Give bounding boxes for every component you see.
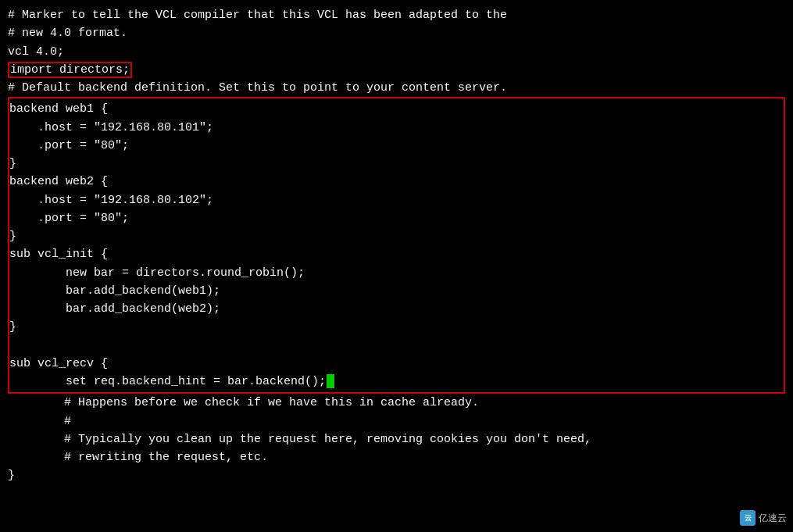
code-line-4: import directors; [8,61,785,79]
code-editor: # Marker to tell the VCL compiler that t… [0,0,793,491]
code-line-5: # Default backend definition. Set this t… [8,79,785,97]
code-line-3: vcl 4.0; [8,43,785,61]
code-line-14: sub vcl_init { [9,245,784,263]
watermark-icon: 云 [740,510,755,526]
code-line-2: # new 4.0 format. [8,24,785,42]
code-line-26: } [8,466,785,484]
code-line-25: # rewriting the request, etc. [8,448,785,466]
code-line-11: .host = "192.168.80.102"; [9,191,784,209]
text-cursor [327,374,334,388]
code-line-17: bar.add_backend(web2); [9,300,784,318]
code-line-12: .port = "80"; [9,209,784,227]
code-line-7: .host = "192.168.80.101"; [9,119,784,137]
code-line-18: } [9,318,784,336]
code-line-8: .port = "80"; [9,137,784,155]
watermark: 云 亿速云 [740,510,787,526]
code-line-15: new bar = directors.round_robin(); [9,264,784,282]
code-line-19 [9,337,784,355]
code-line-1: # Marker to tell the VCL compiler that t… [8,6,785,24]
watermark-label: 亿速云 [759,512,787,525]
code-line-20: sub vcl_recv { [9,355,784,373]
highlighted-block: backend web1 { .host = "192.168.80.101";… [8,97,785,394]
import-highlight: import directors; [8,62,132,78]
code-line-23: # [8,412,785,430]
code-line-10: backend web2 { [9,173,784,191]
code-line-9: } [9,155,784,173]
code-line-6: backend web1 { [9,100,784,118]
code-line-13: } [9,227,784,245]
code-line-22: # Happens before we check if we have thi… [8,394,785,412]
code-line-24: # Typically you clean up the request her… [8,430,785,448]
code-line-16: bar.add_backend(web1); [9,282,784,300]
code-line-21: set req.backend_hint = bar.backend(); [9,373,784,391]
